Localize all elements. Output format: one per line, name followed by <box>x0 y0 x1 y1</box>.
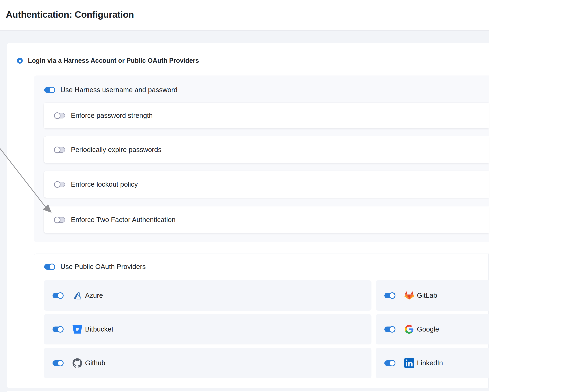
toggle-knob <box>54 112 60 119</box>
use-harness-username-password-toggle[interactable] <box>44 87 55 93</box>
login-method-radio-row: Login via a Harness Account or Public OA… <box>17 55 199 66</box>
bitbucket-icon <box>72 324 82 334</box>
harness-login-toggle-label: Use Harness username and password <box>60 86 177 94</box>
provider-label: Azure <box>85 292 103 300</box>
periodically-expire-passwords-toggle[interactable] <box>55 147 65 153</box>
google-icon <box>404 324 414 334</box>
azure-toggle[interactable] <box>52 293 63 298</box>
toggle-knob <box>49 87 55 93</box>
oauth-toggle-row: Use Public OAuth Providers <box>44 261 146 272</box>
toggle-knob <box>54 217 60 223</box>
provider-label: LinkedIn <box>417 359 443 367</box>
provider-label: GitLab <box>417 292 437 300</box>
option-card-password-strength: Enforce password strength <box>44 102 489 128</box>
provider-card-github: Github <box>44 348 371 378</box>
github-toggle[interactable] <box>52 360 63 366</box>
provider-label: Google <box>417 325 439 333</box>
github-icon <box>72 358 82 368</box>
google-toggle[interactable] <box>384 326 395 332</box>
option-card-lockout-policy: Enforce lockout policy <box>44 171 489 198</box>
toggle-knob <box>389 326 395 332</box>
toggle-knob <box>49 264 55 270</box>
option-card-two-factor-auth: Enforce Two Factor Authentication <box>44 206 489 233</box>
login-method-radio-label: Login via a Harness Account or Public OA… <box>28 57 199 64</box>
gitlab-toggle[interactable] <box>384 293 395 298</box>
use-public-oauth-providers-toggle[interactable] <box>44 264 55 270</box>
next-section-panel-edge <box>7 391 489 392</box>
provider-label: Bitbucket <box>85 325 113 333</box>
toggle-knob <box>57 326 63 332</box>
login-method-radio[interactable] <box>17 58 23 64</box>
enforce-two-factor-authentication-toggle[interactable] <box>55 217 65 223</box>
provider-card-bitbucket: Bitbucket <box>44 314 371 344</box>
harness-login-toggle-row: Use Harness username and password <box>44 84 177 96</box>
gitlab-icon <box>404 291 414 300</box>
linkedin-icon <box>404 358 414 368</box>
authentication-configuration-page: Authentication: Configuration Login via … <box>0 0 582 392</box>
provider-card-gitlab: GitLab <box>376 280 489 311</box>
provider-card-google: Google <box>376 314 489 344</box>
toggle-knob <box>57 360 63 366</box>
toggle-knob <box>389 360 395 366</box>
provider-card-linkedin: LinkedIn <box>376 348 489 378</box>
linkedin-toggle[interactable] <box>384 360 395 366</box>
option-label: Periodically expire passwords <box>71 146 161 154</box>
radio-dot <box>19 60 21 62</box>
option-label: Enforce Two Factor Authentication <box>71 216 175 224</box>
oauth-toggle-label: Use Public OAuth Providers <box>60 263 146 271</box>
provider-card-azure: Azure <box>44 280 371 311</box>
option-card-expire-passwords: Periodically expire passwords <box>44 136 489 163</box>
toggle-knob <box>54 146 60 153</box>
toggle-knob <box>389 292 395 299</box>
provider-label: Github <box>85 359 105 367</box>
bitbucket-toggle[interactable] <box>52 326 63 332</box>
toggle-knob <box>54 181 60 188</box>
page-title: Authentication: Configuration <box>6 10 134 20</box>
toggle-knob <box>57 292 63 299</box>
enforce-password-strength-toggle[interactable] <box>55 113 65 118</box>
option-label: Enforce lockout policy <box>71 180 138 188</box>
enforce-lockout-policy-toggle[interactable] <box>55 182 65 187</box>
azure-icon <box>72 291 82 300</box>
option-label: Enforce password strength <box>71 112 153 120</box>
